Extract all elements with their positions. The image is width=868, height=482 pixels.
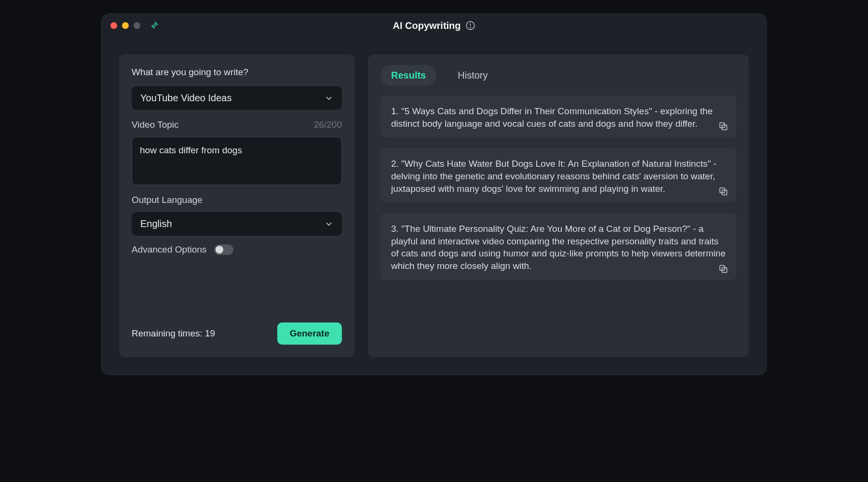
title-bar: AI Copywriting xyxy=(102,14,766,37)
app-window: AI Copywriting What are you going to wri… xyxy=(101,13,767,375)
chevron-down-icon xyxy=(325,220,333,228)
svg-point-2 xyxy=(470,27,471,28)
output-tabs: Results History xyxy=(380,65,736,86)
advanced-options-label: Advanced Options xyxy=(132,244,206,255)
output-language-select[interactable]: English xyxy=(132,212,342,236)
advanced-options-toggle[interactable] xyxy=(214,244,233,255)
topic-label: Video Topic xyxy=(132,120,179,130)
info-icon[interactable] xyxy=(466,21,475,30)
window-maximize-button[interactable] xyxy=(134,22,140,29)
output-language-label-row: Output Language xyxy=(132,195,342,205)
result-text: 3. "The Ultimate Personality Quiz: Are Y… xyxy=(391,223,726,272)
app-body: What are you going to write? YouTube Vid… xyxy=(102,37,766,375)
tab-results[interactable]: Results xyxy=(380,65,436,86)
result-text: 1. "5 Ways Cats and Dogs Differ in Their… xyxy=(391,105,726,130)
topic-input[interactable] xyxy=(132,137,342,185)
input-panel: What are you going to write? YouTube Vid… xyxy=(119,54,354,357)
template-select-value: YouTube Video Ideas xyxy=(140,93,231,104)
result-card: 2. "Why Cats Hate Water But Dogs Love It… xyxy=(380,148,736,202)
window-title: AI Copywriting xyxy=(393,20,475,31)
bottom-row: Remaining times: 19 Generate xyxy=(132,322,342,345)
copy-icon[interactable] xyxy=(718,121,729,132)
chevron-down-icon xyxy=(325,94,333,103)
traffic-lights xyxy=(110,22,140,29)
generate-button[interactable]: Generate xyxy=(277,322,342,345)
results-list: 1. "5 Ways Cats and Dogs Differ in Their… xyxy=(380,95,736,357)
output-language-label: Output Language xyxy=(132,195,203,205)
window-minimize-button[interactable] xyxy=(122,22,129,29)
output-language-value: English xyxy=(140,218,172,229)
copy-icon[interactable] xyxy=(718,186,729,197)
prompt-label: What are you going to write? xyxy=(132,67,342,78)
output-panel: Results History 1. "5 Ways Cats and Dogs… xyxy=(368,54,749,357)
template-select[interactable]: YouTube Video Ideas xyxy=(132,86,342,110)
window-close-button[interactable] xyxy=(110,22,117,29)
window-title-text: AI Copywriting xyxy=(393,20,461,31)
remaining-times: Remaining times: 19 xyxy=(132,328,215,339)
advanced-options-row: Advanced Options xyxy=(132,244,342,255)
topic-label-row: Video Topic 26/200 xyxy=(132,120,342,130)
result-card: 3. "The Ultimate Personality Quiz: Are Y… xyxy=(380,213,736,280)
tab-history[interactable]: History xyxy=(447,65,498,86)
result-card: 1. "5 Ways Cats and Dogs Differ in Their… xyxy=(380,95,736,137)
result-text: 2. "Why Cats Hate Water But Dogs Love It… xyxy=(391,158,726,195)
pin-icon[interactable] xyxy=(150,21,159,30)
topic-char-counter: 26/200 xyxy=(314,120,342,130)
copy-icon[interactable] xyxy=(718,264,729,274)
